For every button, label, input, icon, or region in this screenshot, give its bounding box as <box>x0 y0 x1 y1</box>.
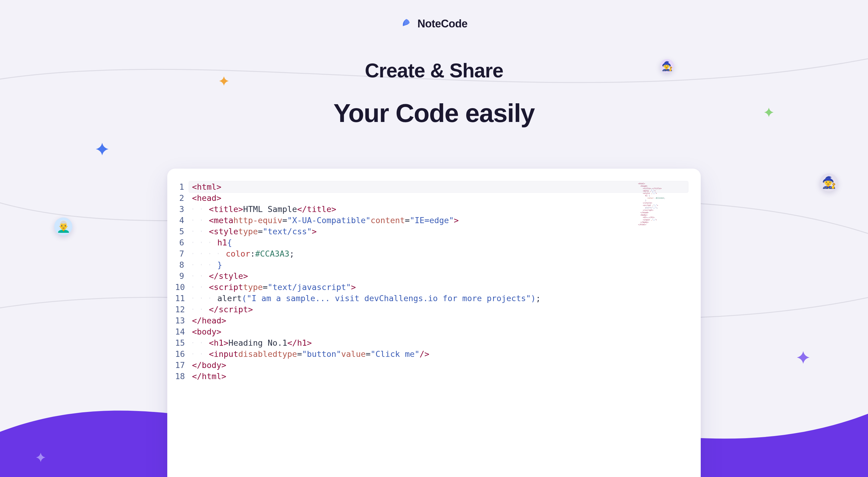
line-number: 14 <box>175 326 184 337</box>
header: NoteCode Create & Share Your Code easily <box>0 0 868 143</box>
line-number: 15 <box>175 337 184 348</box>
line-number: 16 <box>175 348 184 360</box>
code-line[interactable]: <script type="text/javascript"> <box>192 281 688 293</box>
code-line[interactable]: h1 { <box>192 237 688 248</box>
line-number: 9 <box>175 270 184 281</box>
code-line[interactable]: } <box>192 259 688 270</box>
line-number: 7 <box>175 248 184 259</box>
code-line[interactable]: <head> <box>192 193 688 204</box>
line-number: 13 <box>175 315 184 326</box>
code-line[interactable]: <html> <box>189 181 688 193</box>
line-number: 6 <box>175 237 184 248</box>
line-number: 10 <box>175 281 184 293</box>
brand: NoteCode <box>401 18 467 30</box>
sparkle-lilac-icon <box>36 452 46 463</box>
headline-line1: Create & Share <box>333 60 534 81</box>
line-number-gutter: 123456789101112131415161718 <box>175 181 192 382</box>
code-line[interactable]: </html> <box>192 371 688 382</box>
line-number: 5 <box>175 226 184 237</box>
code-line[interactable]: <h1>Heading No.1</h1> <box>192 337 688 348</box>
code-line[interactable]: </style> <box>192 270 688 281</box>
code-line[interactable]: alert("I am a sample... visit devChallen… <box>192 293 688 304</box>
line-number: 3 <box>175 204 184 215</box>
code-line[interactable]: </body> <box>192 360 688 371</box>
line-number: 2 <box>175 193 184 204</box>
code-line[interactable]: <input disabled type="button" value="Cli… <box>192 348 688 360</box>
code-line[interactable]: </head> <box>192 315 688 326</box>
code-line[interactable]: <body> <box>192 326 688 337</box>
headline-line2: Your Code easily <box>333 99 534 127</box>
code-line[interactable]: </script> <box>192 304 688 315</box>
code-line[interactable]: <title>HTML Sample</title> <box>192 204 688 215</box>
avatar-top: 🧙‍♀️ <box>660 59 674 73</box>
line-number: 1 <box>175 181 184 193</box>
line-number: 18 <box>175 371 184 382</box>
sparkle-purple-icon <box>796 350 810 364</box>
line-number: 12 <box>175 304 184 315</box>
code-area[interactable]: <html> <head><title>HTML Sample</title><… <box>192 181 688 382</box>
line-number: 4 <box>175 215 184 226</box>
line-number: 17 <box>175 360 184 371</box>
headline: Create & Share Your Code easily <box>333 50 534 137</box>
brand-logo-icon <box>401 18 412 30</box>
code-line[interactable]: <style type="text/css"> <box>192 226 688 237</box>
line-number: 11 <box>175 293 184 304</box>
avatar-right: 🧙 <box>820 173 838 192</box>
avatar-left: 👨‍🦳 <box>54 217 72 236</box>
code-line[interactable]: <meta http-equiv="X-UA-Compatible" conte… <box>192 215 688 226</box>
code-editor[interactable]: 123456789101112131415161718 <html> <head… <box>167 169 701 477</box>
brand-name: NoteCode <box>417 18 467 30</box>
code-line[interactable]: color: #CCA3A3; <box>192 248 688 259</box>
sparkle-blue-icon <box>95 142 109 156</box>
line-number: 8 <box>175 259 184 270</box>
